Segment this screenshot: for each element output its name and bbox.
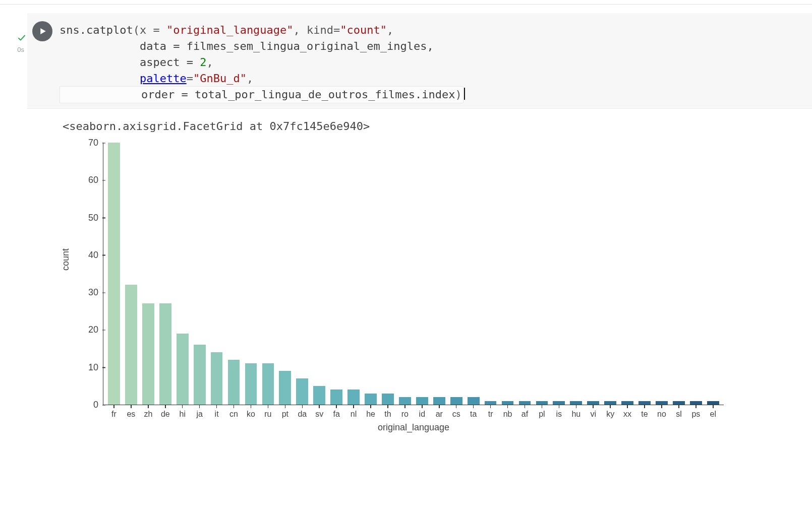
x-tick-label: nl [351, 410, 357, 419]
play-icon [38, 27, 47, 36]
text-cursor [464, 88, 465, 100]
bar-slot: th [379, 394, 396, 405]
bar-slot: sv [311, 386, 328, 405]
run-cell-button[interactable] [32, 21, 52, 41]
cell-gutter: 0s [0, 33, 29, 53]
x-tick-mark [234, 405, 235, 408]
bar-slot: pt [276, 371, 294, 405]
y-tick-label: 40 [74, 249, 98, 260]
code-token [60, 72, 140, 85]
x-tick-label: ps [691, 410, 700, 419]
x-tick-mark [422, 405, 423, 408]
bar [621, 401, 633, 405]
code-token: , [247, 72, 253, 85]
bar [707, 401, 719, 405]
bar-slot: el [705, 401, 722, 405]
bar-slot: it [208, 352, 225, 405]
bar-slot: ru [259, 363, 276, 405]
x-tick-mark [336, 405, 337, 408]
cell-output: <seaborn.axisgrid.FacetGrid at 0x7fc145e… [27, 109, 812, 462]
x-tick-mark [113, 405, 114, 408]
top-divider [0, 0, 812, 5]
y-tick-label: 60 [74, 175, 98, 185]
bar [142, 303, 154, 405]
x-tick-label: tr [488, 410, 493, 419]
x-tick-label: ta [470, 410, 477, 419]
x-tick-mark [661, 405, 662, 408]
x-tick-label: th [384, 410, 391, 419]
x-tick-label: es [127, 410, 135, 419]
code-token: "count" [340, 24, 387, 36]
cell-body: sns.catplot(x = "original_language", kin… [27, 13, 812, 462]
code-token: sns.catplot [60, 24, 133, 36]
x-tick-mark [216, 405, 217, 408]
code-token: = [187, 72, 193, 85]
x-tick-mark [353, 405, 354, 408]
bar-slot: xx [619, 401, 636, 405]
bar [690, 401, 702, 405]
output-repr: <seaborn.axisgrid.FacetGrid at 0x7fc145e… [63, 109, 812, 138]
x-tick-label: fa [333, 410, 339, 419]
code-input-area[interactable]: sns.catplot(x = "original_language", kin… [27, 13, 812, 109]
bar [399, 397, 411, 405]
bar-slot: ky [602, 401, 619, 405]
bar-slot: nl [345, 390, 362, 405]
x-tick-label: id [419, 410, 425, 419]
x-tick-label: nb [503, 410, 512, 419]
code-token: , [206, 56, 213, 69]
bar [604, 401, 616, 405]
x-tick-mark [576, 405, 577, 408]
code-token: aspect = [60, 56, 200, 69]
x-tick-label: it [215, 410, 219, 419]
bar-slot: ro [396, 397, 414, 405]
bar [468, 397, 480, 405]
x-tick-label: fr [111, 410, 117, 419]
y-tick-label: 20 [74, 325, 98, 335]
code-token: (x = [133, 24, 166, 36]
executed-check-icon [0, 33, 26, 44]
x-tick-label: ru [264, 410, 271, 419]
x-tick-mark [507, 405, 508, 408]
bar [245, 363, 257, 405]
code-current-line: order = total_por_lingua_de_outros_filme… [60, 86, 463, 103]
y-tick-label: 10 [74, 362, 98, 372]
x-tick-mark [610, 405, 611, 408]
bar [536, 401, 548, 405]
x-tick-label: is [556, 410, 562, 419]
x-tick-mark [473, 405, 474, 408]
bar-slot: sl [670, 401, 687, 405]
bar [553, 401, 565, 405]
bar-slot: hu [567, 401, 585, 405]
x-tick-mark [713, 405, 714, 408]
x-tick-mark [268, 405, 269, 408]
y-tick-label: 0 [74, 400, 98, 410]
bar [365, 394, 377, 405]
plot-area: freszhdehijaitcnkoruptdasvfanlhethroidar… [103, 143, 724, 405]
x-tick-mark [593, 405, 594, 408]
bar-slot: no [653, 401, 670, 405]
bar-slot: tr [482, 401, 499, 405]
bar-slot: nb [499, 401, 516, 405]
bar [519, 401, 531, 405]
x-tick-label: no [657, 410, 666, 419]
bar-slot: zh [140, 303, 157, 405]
code-editor[interactable]: sns.catplot(x = "original_language", kin… [60, 18, 812, 103]
x-tick-label: sv [315, 410, 323, 419]
x-tick-label: cs [452, 410, 460, 419]
x-tick-label: ro [401, 410, 409, 419]
bar-slot: hi [174, 334, 191, 405]
bar [656, 401, 668, 405]
x-tick-mark [404, 405, 405, 408]
bar-slot: da [294, 378, 311, 405]
x-tick-label: ko [247, 410, 255, 419]
notebook-cell: 0s sns.catplot(x = "original_language", … [0, 13, 812, 462]
x-tick-label: te [641, 410, 648, 419]
x-tick-mark [678, 405, 679, 408]
x-tick-label: el [710, 410, 716, 419]
x-tick-label: af [521, 410, 528, 419]
bar-slot: fr [105, 143, 123, 405]
bar [279, 371, 291, 405]
bar [108, 143, 120, 405]
bar [125, 285, 137, 405]
bar [228, 360, 240, 405]
